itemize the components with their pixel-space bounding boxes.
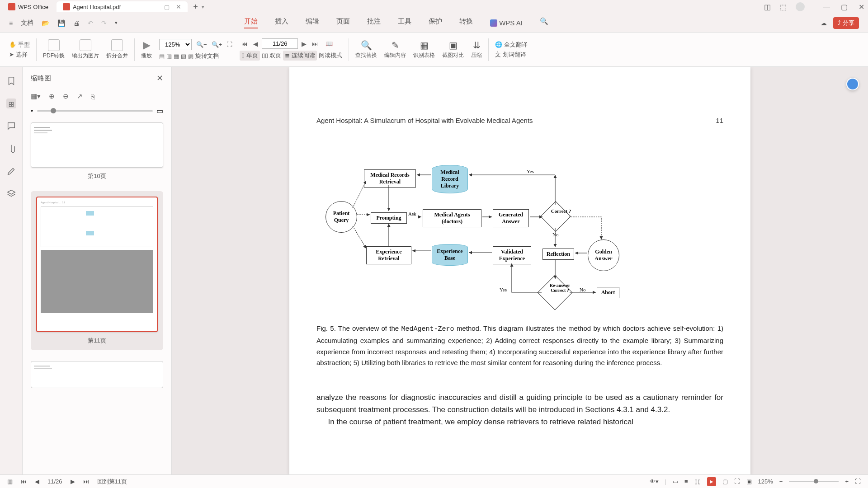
status-next-icon[interactable]: ▶: [71, 478, 75, 485]
split-merge-button[interactable]: 拆分合并: [103, 39, 132, 60]
double-page-button[interactable]: ▯▯ 双页: [262, 52, 282, 60]
recognize-table-button[interactable]: ▦识别表格: [410, 40, 439, 59]
prev-page-button[interactable]: ◀: [251, 40, 260, 47]
export-image-button[interactable]: 输出为图片: [68, 39, 103, 60]
fit-icon[interactable]: ⛶: [226, 41, 232, 48]
status-first-icon[interactable]: ⏮: [21, 478, 27, 485]
document-viewport[interactable]: Agent Hospital: A Simulacrum of Hospital…: [172, 67, 868, 474]
status-panel-icon[interactable]: ▥: [7, 478, 13, 485]
tab-convert[interactable]: 转换: [459, 17, 473, 28]
select-tool[interactable]: ➤选择: [9, 51, 30, 59]
page-input[interactable]: [262, 38, 298, 49]
page-layout1-icon[interactable]: ▤: [159, 53, 165, 60]
status-back-to[interactable]: 回到第11页: [97, 478, 127, 486]
bookmark-icon[interactable]: [6, 76, 16, 86]
thumbnail-page-10[interactable]: ▬▬▬▬▬▬▬▬▬▬▬▬▬▬▬▬▬▬▬▬▬ 第10页: [31, 122, 163, 180]
view2-icon[interactable]: ≡: [684, 478, 688, 485]
thumbnail-icon[interactable]: [6, 99, 16, 108]
rotate-button[interactable]: 旋转文档: [195, 52, 219, 60]
thumbnail-page-12[interactable]: ▬▬▬▬▬▬▬▬▬▬▬▬▬▬▬: [31, 361, 163, 388]
user-avatar-icon[interactable]: [796, 2, 805, 11]
document-tab[interactable]: Agent Hospital.pdf ▢ ✕: [57, 1, 188, 12]
continuous-button[interactable]: ≣ 连续阅读: [283, 51, 317, 61]
view5-icon[interactable]: ⛶: [734, 478, 740, 485]
read-mode-button[interactable]: 阅读模式: [319, 52, 342, 60]
status-last-icon[interactable]: ⏭: [83, 478, 89, 485]
thumb-size-slider[interactable]: [37, 110, 153, 112]
share-button[interactable]: ⤴ 分享: [833, 17, 859, 29]
layout-icon[interactable]: ◫: [764, 3, 771, 11]
zoom-out-button[interactable]: −: [779, 478, 783, 485]
page-layout4-icon[interactable]: ▧: [181, 53, 186, 60]
attachment-icon[interactable]: [6, 144, 16, 154]
next-page-button[interactable]: ▶: [300, 40, 308, 47]
thumbnail-page-11[interactable]: Agent Hospital ... 11 第11页: [31, 191, 163, 350]
page-layout3-icon[interactable]: ▦: [174, 53, 179, 60]
tab-insert[interactable]: 插入: [275, 17, 288, 28]
add-page-icon[interactable]: ⊕: [49, 92, 55, 100]
small-thumb-icon[interactable]: ▫: [31, 107, 33, 115]
page-layout5-icon[interactable]: ▨: [188, 53, 193, 60]
pen-icon[interactable]: [6, 166, 16, 176]
tab-edit[interactable]: 编辑: [306, 17, 319, 28]
tab-page[interactable]: 页面: [336, 17, 350, 28]
full-translate-button[interactable]: 🌐全文翻译: [495, 41, 528, 49]
word-translate-button[interactable]: 文划词翻译: [495, 51, 528, 59]
file-menu[interactable]: 文档: [21, 19, 33, 27]
print-icon[interactable]: 🖨: [73, 19, 80, 27]
maximize-button[interactable]: ▢: [841, 3, 848, 11]
play-button[interactable]: ▶播放: [137, 39, 156, 60]
close-panel-icon[interactable]: ✕: [156, 73, 163, 83]
comment-icon[interactable]: [6, 121, 16, 131]
record-button[interactable]: ▶: [707, 477, 716, 486]
extract-icon[interactable]: ↗: [77, 92, 83, 100]
view6-icon[interactable]: ▣: [746, 478, 752, 485]
zoom-in-button[interactable]: +: [845, 478, 849, 485]
dropdown-icon[interactable]: ▾: [115, 20, 118, 26]
tab-annotate[interactable]: 批注: [367, 17, 381, 28]
cube-icon[interactable]: ⬚: [780, 3, 787, 11]
redo-icon[interactable]: ↷: [101, 19, 107, 27]
grid-view-icon[interactable]: ▦▾: [31, 92, 41, 100]
view4-icon[interactable]: ▢: [722, 478, 728, 485]
add-tab-button[interactable]: +: [193, 2, 198, 12]
book-icon[interactable]: 📖: [326, 40, 333, 47]
app-tab[interactable]: WPS Office: [4, 1, 53, 12]
view3-icon[interactable]: ▯▯: [694, 478, 701, 485]
hand-tool[interactable]: ✋手型: [9, 41, 30, 49]
tab-window-icon[interactable]: ▢: [164, 4, 170, 10]
zoom-select[interactable]: 125%: [159, 39, 192, 50]
hamburger-icon[interactable]: ≡: [9, 19, 13, 27]
pdf-convert-button[interactable]: PDF转换: [39, 39, 68, 60]
fullscreen-icon[interactable]: ⛶: [855, 478, 861, 485]
search-icon[interactable]: 🔍: [540, 17, 548, 28]
edit-content-button[interactable]: ✎编辑内容: [381, 40, 410, 59]
zoom-in-icon[interactable]: 🔍+: [212, 41, 222, 48]
tab-protect[interactable]: 保护: [429, 17, 442, 28]
minimize-button[interactable]: —: [823, 3, 830, 11]
wps-ai-button[interactable]: WPS AI: [490, 17, 523, 28]
tab-dropdown-icon[interactable]: ▾: [202, 4, 204, 10]
large-thumb-icon[interactable]: ▭: [156, 107, 163, 115]
ai-assistant-button[interactable]: [846, 78, 859, 90]
close-window-button[interactable]: ✕: [859, 3, 864, 11]
page-layout2-icon[interactable]: ▥: [166, 53, 172, 60]
zoom-out-icon[interactable]: 🔍−: [196, 41, 207, 48]
view1-icon[interactable]: ▭: [673, 478, 678, 485]
undo-icon[interactable]: ↶: [88, 19, 93, 27]
eye-icon[interactable]: 👁▾: [650, 478, 659, 485]
tab-start[interactable]: 开始: [244, 17, 258, 28]
delete-page-icon[interactable]: ⊖: [63, 92, 69, 100]
cloud-icon[interactable]: ☁: [821, 19, 827, 27]
close-tab-icon[interactable]: ✕: [176, 3, 181, 10]
compress-button[interactable]: ⇊压缩: [467, 40, 486, 59]
tab-tools[interactable]: 工具: [398, 17, 411, 28]
save-icon[interactable]: 💾: [57, 19, 65, 27]
single-page-button[interactable]: ▯ 单页: [240, 51, 260, 61]
find-replace-button[interactable]: 🔍查找替换: [352, 40, 381, 59]
layers-icon[interactable]: [6, 189, 16, 199]
zoom-slider[interactable]: [789, 481, 839, 482]
screenshot-compare-button[interactable]: ▣截图对比: [439, 40, 467, 59]
last-page-button[interactable]: ⏭: [310, 40, 320, 47]
first-page-button[interactable]: ⏮: [240, 40, 250, 47]
